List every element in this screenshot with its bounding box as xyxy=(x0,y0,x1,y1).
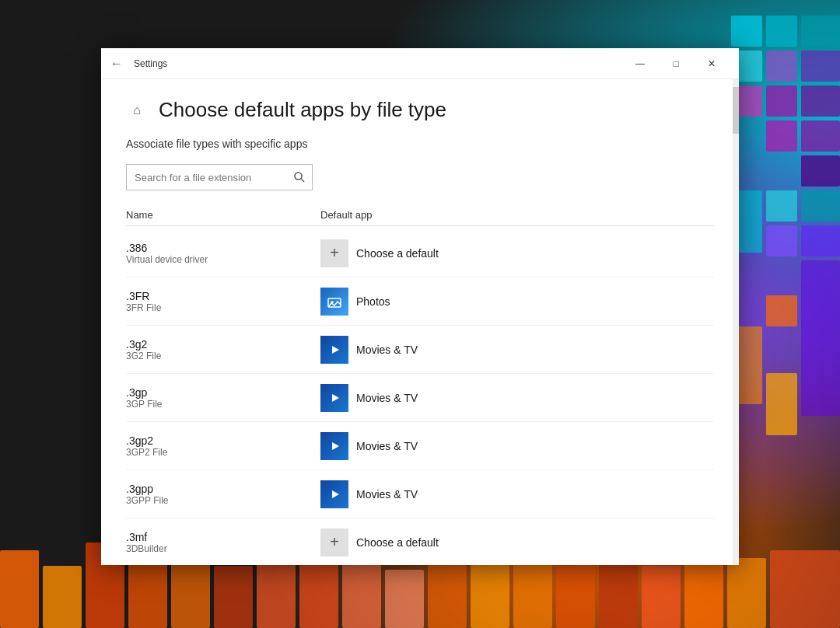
app-selector[interactable]: Photos xyxy=(320,288,390,316)
app-selector[interactable]: Movies & TV xyxy=(320,336,418,364)
file-info: .3FR 3FR File xyxy=(126,290,320,313)
table-row: .3mf 3DBuilder + Choose a default xyxy=(126,518,714,565)
svg-rect-30 xyxy=(385,570,424,628)
table-row: .3gp2 3GP2 File Movies & TV xyxy=(126,422,714,470)
file-extension: .3mf xyxy=(126,531,320,543)
svg-rect-26 xyxy=(214,566,253,628)
app-icon-movies xyxy=(320,480,348,508)
search-box xyxy=(126,164,313,190)
svg-point-40 xyxy=(295,173,302,180)
svg-rect-1 xyxy=(766,16,797,47)
table-row: .386 Virtual device driver + Choose a de… xyxy=(126,229,714,277)
window-title: Settings xyxy=(134,58,167,69)
svg-rect-36 xyxy=(642,566,681,628)
back-button[interactable]: ← xyxy=(110,57,123,71)
svg-rect-17 xyxy=(801,260,840,416)
svg-rect-38 xyxy=(727,558,766,628)
table-row: .3g2 3G2 File Movies & TV xyxy=(126,326,714,374)
file-description: 3GPP File xyxy=(126,495,320,506)
file-extension: .3FR xyxy=(126,290,320,302)
svg-rect-4 xyxy=(766,51,797,82)
scrollbar-track xyxy=(733,79,739,565)
page-title: Choose default apps by file type xyxy=(159,98,446,122)
home-button[interactable]: ⌂ xyxy=(126,99,148,121)
table-row: .3gp 3GP File Movies & TV xyxy=(126,374,714,422)
svg-rect-34 xyxy=(556,558,595,628)
svg-rect-10 xyxy=(801,120,840,152)
svg-rect-39 xyxy=(770,550,840,628)
search-icon[interactable] xyxy=(287,165,312,190)
svg-marker-47 xyxy=(332,490,339,498)
app-selector[interactable]: Movies & TV xyxy=(320,480,418,508)
svg-rect-7 xyxy=(766,85,797,117)
title-bar: ← Settings — □ ✕ xyxy=(101,48,739,79)
svg-rect-29 xyxy=(342,554,381,628)
minimize-button[interactable]: — xyxy=(622,51,658,76)
file-description: 3GP File xyxy=(126,399,320,410)
svg-rect-15 xyxy=(766,225,797,256)
file-info: .3gpp 3GPP File xyxy=(126,483,320,506)
svg-rect-13 xyxy=(766,190,797,222)
content-area: ⌂ Choose default apps by file type Assoc… xyxy=(101,79,739,565)
maximize-button[interactable]: □ xyxy=(658,51,694,76)
file-info: .3mf 3DBuilder xyxy=(126,531,320,554)
app-name: Movies & TV xyxy=(356,488,418,501)
file-description: 3FR File xyxy=(126,302,320,313)
app-name: Choose a default xyxy=(356,536,439,549)
app-name: Movies & TV xyxy=(356,440,418,452)
file-extension: .3g2 xyxy=(126,338,320,351)
app-selector[interactable]: + Choose a default xyxy=(320,529,439,556)
svg-rect-9 xyxy=(766,120,797,152)
svg-rect-0 xyxy=(731,16,762,47)
file-info: .3gp2 3GP2 File xyxy=(126,434,320,458)
table-row: .3gpp 3GPP File Movies & TV xyxy=(126,470,714,518)
app-icon-plus: + xyxy=(320,239,348,267)
column-app-header: Default app xyxy=(320,209,373,221)
file-type-list: .386 Virtual device driver + Choose a de… xyxy=(126,229,714,565)
app-name: Movies & TV xyxy=(356,392,418,404)
svg-rect-28 xyxy=(299,562,338,628)
page-header: ⌂ Choose default apps by file type xyxy=(126,98,714,122)
app-selector[interactable]: + Choose a default xyxy=(320,239,439,267)
svg-rect-18 xyxy=(766,295,797,326)
svg-rect-5 xyxy=(801,51,840,82)
svg-rect-8 xyxy=(801,85,840,117)
file-description: Virtual device driver xyxy=(126,254,320,265)
svg-rect-14 xyxy=(801,190,840,222)
title-bar-left: ← Settings xyxy=(110,57,167,71)
app-icon-movies xyxy=(320,432,348,460)
close-button[interactable]: ✕ xyxy=(694,51,730,76)
svg-rect-11 xyxy=(801,155,840,187)
app-name: Movies & TV xyxy=(356,344,418,356)
svg-rect-32 xyxy=(471,562,509,628)
file-extension: .3gp2 xyxy=(126,434,320,447)
svg-rect-16 xyxy=(801,225,840,256)
search-input[interactable] xyxy=(127,172,287,183)
app-icon-plus: + xyxy=(320,529,348,556)
title-bar-controls: — □ ✕ xyxy=(622,51,730,76)
svg-line-41 xyxy=(301,179,304,182)
file-info: .386 Virtual device driver xyxy=(126,242,320,265)
file-description: 3G2 File xyxy=(126,351,320,361)
svg-rect-22 xyxy=(43,566,82,628)
svg-marker-44 xyxy=(332,346,339,354)
svg-rect-24 xyxy=(128,558,167,628)
subtitle: Associate file types with specific apps xyxy=(126,138,714,150)
file-description: 3DBuilder xyxy=(126,543,320,554)
app-name: Photos xyxy=(356,295,390,308)
svg-rect-21 xyxy=(0,550,39,628)
app-name: Choose a default xyxy=(356,247,439,260)
app-selector[interactable]: Movies & TV xyxy=(320,432,418,460)
scrollbar-thumb[interactable] xyxy=(733,87,739,134)
file-description: 3GP2 File xyxy=(126,447,320,458)
settings-window: ← Settings — □ ✕ ⌂ Choose default apps b… xyxy=(101,48,739,565)
app-icon-movies xyxy=(320,336,348,364)
file-extension: .3gp xyxy=(126,386,320,399)
file-info: .3g2 3G2 File xyxy=(126,338,320,361)
app-selector[interactable]: Movies & TV xyxy=(320,384,418,412)
app-icon-movies xyxy=(320,384,348,412)
svg-marker-45 xyxy=(332,394,339,402)
column-name-header: Name xyxy=(126,209,320,221)
table-header: Name Default app xyxy=(126,204,714,226)
svg-rect-2 xyxy=(801,16,840,47)
